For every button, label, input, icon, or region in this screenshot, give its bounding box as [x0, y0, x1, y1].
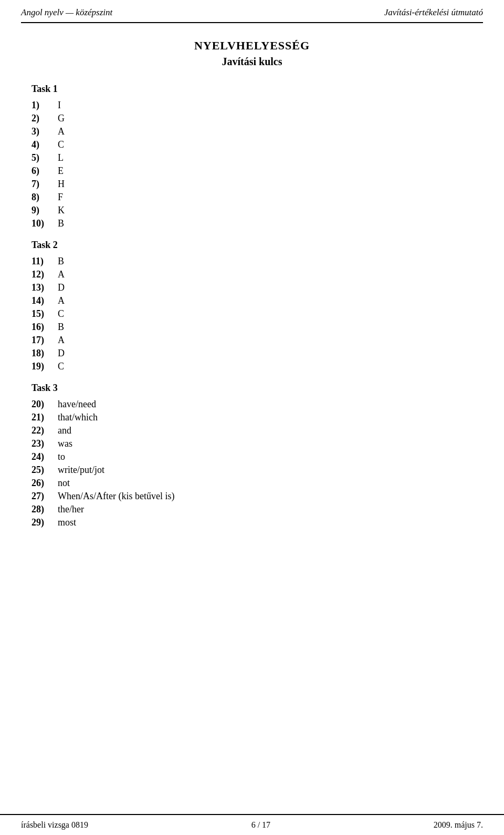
answer-val: I [58, 100, 61, 111]
answer-row: 17)A [32, 335, 472, 346]
answer-val: C [58, 139, 64, 150]
answer-num: 8) [32, 192, 58, 203]
answer-val: A [58, 335, 65, 346]
answer-num: 5) [32, 152, 58, 163]
task2-answers: 11)B12)A13)D14)A15)C16)B17)A18)D19)C [32, 256, 472, 372]
content: Task 1 1)I2)G3)A4)C5)L6)E7)H8)F9)K10)B T… [21, 84, 483, 528]
answer-row: 12)A [32, 269, 472, 280]
answer-val: C [58, 361, 64, 372]
footer-center: 6 / 17 [251, 820, 270, 830]
answer-num: 26) [32, 478, 58, 489]
answer-row: 21)that/which [32, 412, 472, 423]
answer-num: 4) [32, 139, 58, 150]
answer-num: 24) [32, 451, 58, 462]
answer-num: 12) [32, 269, 58, 280]
answer-row: 16)B [32, 322, 472, 333]
answer-row: 20)have/need [32, 399, 472, 410]
answer-val: When/As/After (kis betűvel is) [58, 491, 174, 502]
answer-row: 25)write/put/jot [32, 465, 472, 476]
footer: írásbeli vizsga 0819 6 / 17 2009. május … [0, 814, 504, 835]
answer-row: 24)to [32, 451, 472, 462]
answer-num: 13) [32, 282, 58, 293]
answer-num: 11) [32, 256, 58, 267]
sub-title: Javítási kulcs [21, 56, 483, 68]
answer-num: 16) [32, 322, 58, 333]
answer-val: A [58, 126, 65, 137]
answer-val: that/which [58, 412, 98, 423]
answer-val: write/put/jot [58, 465, 104, 476]
answer-num: 18) [32, 348, 58, 359]
answer-val: B [58, 218, 64, 229]
answer-val: G [58, 113, 65, 124]
answer-val: B [58, 322, 64, 333]
answer-val: and [58, 425, 71, 436]
answer-num: 28) [32, 504, 58, 515]
answer-row: 8)F [32, 192, 472, 203]
answer-num: 27) [32, 491, 58, 502]
answer-num: 25) [32, 465, 58, 476]
answer-val: C [58, 308, 64, 319]
answer-num: 6) [32, 166, 58, 177]
answer-row: 28)the/her [32, 504, 472, 515]
answer-val: most [58, 517, 76, 528]
answer-num: 9) [32, 205, 58, 216]
answer-num: 23) [32, 438, 58, 449]
answer-num: 14) [32, 295, 58, 306]
answer-val: to [58, 451, 65, 462]
answer-row: 27)When/As/After (kis betűvel is) [32, 491, 472, 502]
answer-val: was [58, 438, 72, 449]
answer-val: D [58, 282, 65, 293]
answer-num: 21) [32, 412, 58, 423]
footer-right: 2009. május 7. [434, 820, 483, 830]
answer-row: 19)C [32, 361, 472, 372]
title-block: NYELVHELYESSÉG Javítási kulcs [21, 39, 483, 68]
answer-num: 29) [32, 517, 58, 528]
answer-num: 22) [32, 425, 58, 436]
answer-row: 29)most [32, 517, 472, 528]
task3-answers: 20)have/need21)that/which22)and23)was24)… [32, 399, 472, 528]
answer-row: 26)not [32, 478, 472, 489]
task2-label: Task 2 [32, 240, 472, 251]
answer-row: 14)A [32, 295, 472, 306]
main-title: NYELVHELYESSÉG [21, 39, 483, 53]
answer-val: the/her [58, 504, 84, 515]
header-left: Angol nyelv — középszint [21, 7, 112, 18]
answer-row: 22)and [32, 425, 472, 436]
header-right: Javítási-értékelési útmutató [384, 7, 483, 18]
answer-row: 18)D [32, 348, 472, 359]
answer-num: 2) [32, 113, 58, 124]
answer-row: 4)C [32, 139, 472, 150]
answer-row: 13)D [32, 282, 472, 293]
header: Angol nyelv — középszint Javítási-értéke… [21, 0, 483, 23]
answer-val: not [58, 478, 70, 489]
answer-num: 7) [32, 179, 58, 190]
answer-row: 10)B [32, 218, 472, 229]
answer-val: K [58, 205, 65, 216]
page: Angol nyelv — középszint Javítási-értéke… [0, 0, 504, 835]
answer-row: 1)I [32, 100, 472, 111]
answer-val: B [58, 256, 64, 267]
task3-label: Task 3 [32, 383, 472, 394]
answer-val: F [58, 192, 63, 203]
answer-row: 5)L [32, 152, 472, 163]
answer-row: 11)B [32, 256, 472, 267]
answer-val: have/need [58, 399, 96, 410]
answer-num: 3) [32, 126, 58, 137]
answer-val: A [58, 295, 65, 306]
answer-val: E [58, 166, 64, 177]
answer-val: L [58, 152, 64, 163]
answer-num: 20) [32, 399, 58, 410]
answer-row: 15)C [32, 308, 472, 319]
answer-val: D [58, 348, 65, 359]
answer-row: 7)H [32, 179, 472, 190]
answer-num: 1) [32, 100, 58, 111]
task1-label: Task 1 [32, 84, 472, 95]
answer-row: 9)K [32, 205, 472, 216]
answer-num: 10) [32, 218, 58, 229]
answer-row: 23)was [32, 438, 472, 449]
answer-row: 2)G [32, 113, 472, 124]
answer-num: 17) [32, 335, 58, 346]
answer-num: 15) [32, 308, 58, 319]
answer-val: A [58, 269, 65, 280]
answer-num: 19) [32, 361, 58, 372]
